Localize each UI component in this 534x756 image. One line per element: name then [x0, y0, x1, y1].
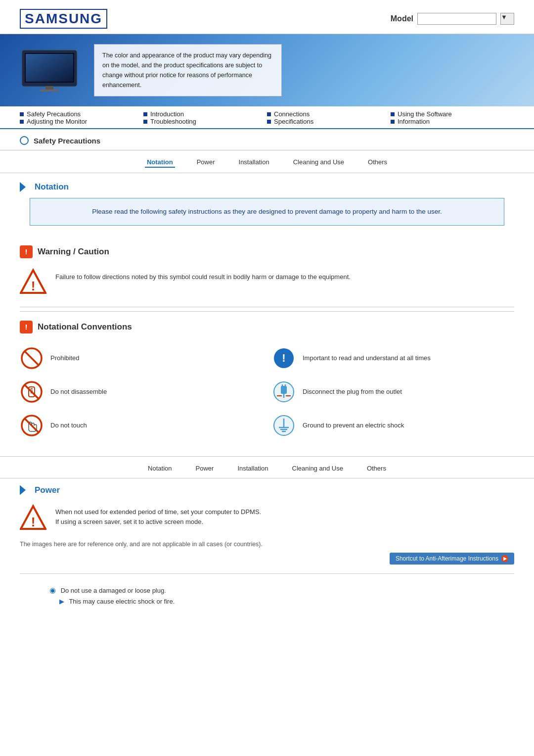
- shortcut-label: Shortcut to Anti-Afterimage Instructions: [396, 555, 498, 562]
- nav-bullet-icon: [143, 112, 147, 116]
- warning-row: ! Failure to follow directions noted by …: [20, 264, 514, 303]
- bottom-tab-others[interactable]: Others: [365, 464, 388, 473]
- nav-information[interactable]: Information: [391, 118, 514, 125]
- power-divider: [20, 573, 514, 574]
- tab-others[interactable]: Others: [366, 157, 389, 168]
- svg-line-8: [24, 351, 39, 366]
- notice-text: Please read the following safety instruc…: [92, 208, 442, 215]
- sub-bullet-text: This may cause electric shock or fire.: [69, 598, 175, 605]
- svg-rect-18: [281, 386, 287, 394]
- nav-label: Introduction: [150, 110, 184, 118]
- nav-label: Safety Precautions: [27, 110, 81, 118]
- section-header: Safety Precautions: [0, 129, 534, 150]
- section-divider: [20, 307, 514, 307]
- page-header: SAMSUNG Model ▼: [0, 0, 534, 34]
- no-touch-label: Do not touch: [50, 422, 87, 429]
- ground-label: Ground to prevent an electric shock: [303, 422, 404, 429]
- convention-ground: Ground to prevent an electric shock: [272, 410, 514, 441]
- top-tab-bar: Notation Power Installation Cleaning and…: [0, 150, 534, 173]
- disconnect-label: Disconnect the plug from the outlet: [303, 388, 402, 395]
- ground-icon: [272, 414, 296, 437]
- nav-label: Information: [398, 118, 430, 125]
- power-row: ! When not used for extended period of t…: [20, 500, 514, 537]
- no-disassemble-icon: [20, 380, 44, 404]
- reference-note: The images here are for reference only, …: [20, 541, 514, 548]
- nav-bullet-icon: [143, 120, 147, 124]
- warning-icon: !: [20, 245, 33, 258]
- bullet-circle-icon: ◉: [49, 586, 56, 594]
- banner-description: The color and appearance of the product …: [94, 44, 282, 96]
- nav-label: Specifications: [274, 118, 313, 125]
- svg-text:!: !: [31, 279, 36, 293]
- conventions-heading: ! Notational Conventions: [20, 311, 514, 339]
- nav-bullet-icon: [391, 112, 395, 116]
- power-section: Power ! When not used for extended perio…: [0, 478, 534, 613]
- bullet-text: Do not use a damaged or loose plug.: [61, 587, 166, 594]
- power-caution-icon: !: [20, 504, 46, 531]
- section-title: Safety Precautions: [34, 137, 100, 145]
- nav-bullet-icon: [267, 112, 271, 116]
- nav-label: Using the Software: [398, 110, 452, 118]
- nav-label: Adjusting the Monitor: [27, 118, 87, 125]
- nav-safety[interactable]: Safety Precautions: [20, 110, 143, 118]
- convention-disconnect: Disconnect the plug from the outlet: [272, 376, 514, 408]
- nav-bullet-icon: [20, 120, 24, 124]
- bottom-tab-notation[interactable]: Notation: [146, 464, 174, 473]
- model-input[interactable]: [417, 13, 496, 25]
- disconnect-icon: [272, 380, 296, 404]
- conventions-grid: Prohibited ! Important to read and under…: [20, 339, 514, 451]
- nav-label: Troubleshooting: [150, 118, 196, 125]
- nav-connections[interactable]: Connections: [267, 110, 391, 118]
- bottom-tab-bar: Notation Power Installation Cleaning and…: [0, 456, 534, 478]
- no-touch-icon: [20, 414, 44, 437]
- warning-title: Warning / Caution: [38, 247, 109, 257]
- model-dropdown[interactable]: ▼: [500, 13, 514, 25]
- sub-bullet-item: ▶ This may cause electric shock or fire.: [59, 598, 514, 605]
- tab-installation[interactable]: Installation: [237, 157, 271, 168]
- svg-rect-3: [45, 86, 53, 90]
- svg-rect-4: [40, 90, 59, 92]
- monitor-illustration: [20, 48, 79, 93]
- tab-notation[interactable]: Notation: [145, 157, 175, 168]
- important-label: Important to read and understand at all …: [303, 354, 431, 362]
- prohibited-icon: [20, 346, 44, 370]
- power-title: Power: [35, 485, 60, 495]
- no-disassemble-label: Do not disassemble: [50, 388, 107, 395]
- warning-heading: ! Warning / Caution: [20, 236, 514, 264]
- nav-label: Connections: [274, 110, 310, 118]
- tab-power[interactable]: Power: [195, 157, 217, 168]
- notice-box: Please read the following safety instruc…: [30, 198, 504, 226]
- nav-introduction[interactable]: Introduction: [143, 110, 267, 118]
- shortcut-icon: ▶: [501, 555, 508, 562]
- nav-bullet-icon: [391, 120, 395, 124]
- convention-no-touch: Do not touch: [20, 410, 262, 441]
- model-area: Model ▼: [391, 13, 514, 25]
- bottom-tab-cleaning[interactable]: Cleaning and Use: [290, 464, 345, 473]
- nav-bullet-icon: [20, 112, 24, 116]
- svg-rect-2: [26, 54, 73, 82]
- notation-arrow-icon: [20, 182, 30, 192]
- nav-troubleshooting[interactable]: Troubleshooting: [143, 118, 267, 125]
- model-label: Model: [391, 14, 413, 23]
- prohibited-label: Prohibited: [50, 354, 80, 362]
- bottom-tab-power[interactable]: Power: [194, 464, 216, 473]
- caution-triangle-icon: !: [20, 268, 46, 295]
- nav-adjusting[interactable]: Adjusting the Monitor: [20, 118, 143, 125]
- notation-title: Notation: [35, 182, 69, 192]
- bullet-item-plug: ◉ Do not use a damaged or loose plug. ▶ …: [49, 586, 514, 605]
- samsung-logo: SAMSUNG: [20, 9, 107, 29]
- tab-cleaning[interactable]: Cleaning and Use: [291, 157, 346, 168]
- convention-prohibited: Prohibited: [20, 342, 262, 374]
- svg-text:!: !: [31, 515, 36, 529]
- shortcut-button[interactable]: Shortcut to Anti-Afterimage Instructions…: [390, 553, 514, 565]
- notation-heading: Notation: [20, 173, 514, 198]
- nav-bullet-icon: [267, 120, 271, 124]
- warning-description: Failure to follow directions noted by th…: [55, 272, 351, 283]
- conventions-icon: !: [20, 321, 33, 333]
- nav-specifications[interactable]: Specifications: [267, 118, 391, 125]
- nav-bar: Safety Precautions Introduction Connecti…: [0, 106, 534, 129]
- power-description: When not used for extended period of tim…: [55, 507, 261, 528]
- bottom-tab-installation[interactable]: Installation: [235, 464, 270, 473]
- nav-software[interactable]: Using the Software: [391, 110, 514, 118]
- main-content: Notation Please read the following safet…: [0, 173, 534, 451]
